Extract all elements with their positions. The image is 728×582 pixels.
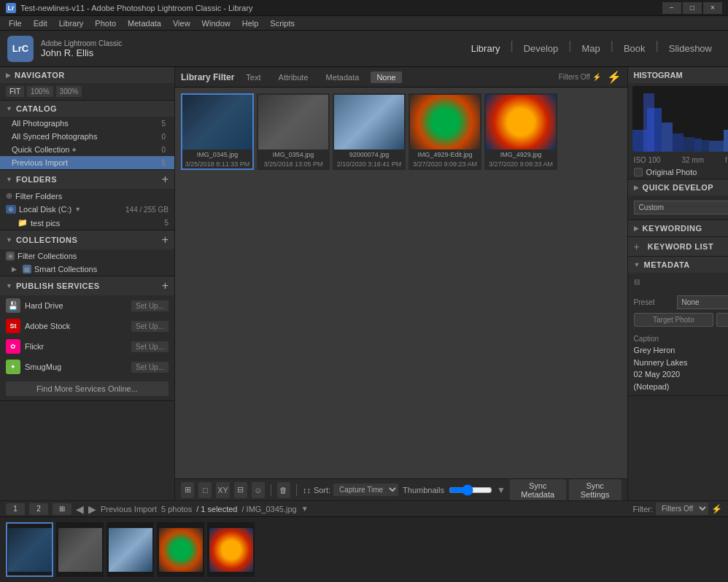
compare-button[interactable]: XY <box>216 482 229 498</box>
view-mode-2-button[interactable]: 2 <box>29 503 48 515</box>
disk-space: 144 / 255 GB <box>125 206 169 214</box>
survey-button[interactable]: ⊟ <box>234 482 247 498</box>
publish-services-header[interactable]: ▼ Publish Services + <box>0 276 174 295</box>
tab-library[interactable]: Library <box>462 40 509 57</box>
menu-photo[interactable]: Photo <box>89 18 122 29</box>
menu-file[interactable]: File <box>3 18 28 29</box>
publish-adobe-stock[interactable]: St Adobe Stock Set Up... <box>0 316 174 336</box>
collections-header[interactable]: ▼ Collections + <box>0 230 174 249</box>
thumbnail-size-slider[interactable] <box>449 484 492 496</box>
menu-library[interactable]: Library <box>53 18 90 29</box>
folders-add-button[interactable]: + <box>162 174 169 185</box>
find-more-services-button[interactable]: Find More Services Online... <box>6 381 169 396</box>
grid-btn[interactable]: ⊞ <box>53 503 71 515</box>
keyword-list-header[interactable]: + Keyword List ◀ <box>628 237 728 256</box>
nav-300-button[interactable]: 300% <box>56 86 82 97</box>
hard-drive-setup-button[interactable]: Set Up... <box>131 300 169 311</box>
target-photo-button[interactable]: Target Photo <box>634 313 714 327</box>
photo-thumb-1[interactable]: IMG_0354.jpg 3/25/2018 13:05 PM <box>257 93 330 170</box>
qd-header-left: ▶ Quick Develop <box>634 183 714 192</box>
view-mode-1-button[interactable]: 1 <box>6 503 25 515</box>
catalog-item-all-photos[interactable]: All Photographs 5 <box>0 117 174 130</box>
sync-metadata-button[interactable]: Sync Metadata <box>510 479 566 501</box>
filter-tab-text[interactable]: Text <box>240 71 266 83</box>
preset-select[interactable]: None <box>677 295 728 309</box>
nav-fit-button[interactable]: FIT <box>6 86 24 97</box>
svg-rect-8 <box>709 141 724 152</box>
tab-map[interactable]: Map <box>573 40 608 57</box>
metadata-header[interactable]: ▼ Metadata ◀ <box>628 257 728 273</box>
photo-thumb-0[interactable]: IMG_0345.jpg 3/25/2018 8:11:33 PM <box>181 93 254 170</box>
folder-filter-item[interactable]: ⊕ Filter Folders <box>0 189 174 203</box>
filter-tab-metadata[interactable]: Metadata <box>320 71 365 83</box>
local-disk-name[interactable]: ⊕ Local Disk (C:) ▼ <box>6 205 81 214</box>
filename-dropdown[interactable]: ▼ <box>301 505 309 513</box>
tab-separator-1: | <box>510 40 513 57</box>
close-button[interactable]: × <box>703 2 722 14</box>
bottom-toolbar: ⊞ □ XY ⊟ ☺ 🗑 ↕↕ Sort: Capture Time Thumb… <box>175 478 627 500</box>
filter-toggle-button[interactable]: ⚡ <box>607 70 621 84</box>
original-photo-checkbox[interactable] <box>634 168 643 176</box>
adobe-stock-setup-button[interactable]: Set Up... <box>131 321 169 332</box>
prev-nav-button[interactable]: ◀ <box>76 503 84 515</box>
sort-select[interactable]: Capture Time <box>333 484 398 496</box>
qd-preset-select[interactable]: Custom <box>634 201 728 214</box>
tab-develop[interactable]: Develop <box>515 40 568 57</box>
people-button[interactable]: ☺ <box>252 482 265 498</box>
menu-scripts[interactable]: Scripts <box>264 18 301 29</box>
delete-button[interactable]: 🗑 <box>277 482 290 498</box>
publish-flickr[interactable]: ✿ Flickr Set Up... <box>0 336 174 357</box>
folder-test-pics-count: 5 <box>164 219 169 227</box>
filter-extra-btn[interactable]: ⚡ <box>711 504 722 514</box>
quick-develop-header[interactable]: ▶ Quick Develop ◀ <box>628 179 728 195</box>
catalog-header[interactable]: ▼ Catalog <box>0 101 174 117</box>
publish-smugmug[interactable]: ✦ SmugMug Set Up... <box>0 357 174 377</box>
catalog-item-synced[interactable]: All Synced Photographs 0 <box>0 130 174 143</box>
filmstrip-thumb-4[interactable] <box>207 522 255 577</box>
catalog-item-previous[interactable]: Previous Import 5 <box>0 156 174 169</box>
nav-100-button[interactable]: 100% <box>27 86 53 97</box>
photo-grid: IMG_0345.jpg 3/25/2018 8:11:33 PM IMG_03… <box>175 88 627 478</box>
menu-window[interactable]: Window <box>196 18 236 29</box>
filmstrip-thumb-2[interactable] <box>107 522 154 577</box>
navigator-header[interactable]: ▶ Navigator <box>0 67 174 83</box>
folder-test-pics[interactable]: 📁 test pics 5 <box>0 216 174 230</box>
menu-edit[interactable]: Edit <box>28 18 53 29</box>
selected-photos-button[interactable]: Selected Photos <box>716 313 728 327</box>
collections-add-button[interactable]: + <box>162 234 169 246</box>
tab-slideshow[interactable]: Slideshow <box>660 40 721 57</box>
sync-settings-button[interactable]: Sync Settings <box>569 479 621 501</box>
filmstrip-thumb-0[interactable] <box>6 522 53 577</box>
filter-icon: ⊕ <box>6 191 12 201</box>
grid-view-button[interactable]: ⊞ <box>181 482 194 498</box>
menu-help[interactable]: Help <box>236 18 265 29</box>
next-nav-button[interactable]: ▶ <box>88 503 96 515</box>
publish-hard-drive[interactable]: 💾 Hard Drive Set Up... <box>0 295 174 316</box>
publish-add-button[interactable]: + <box>162 280 169 292</box>
loupe-view-button[interactable]: □ <box>198 482 212 498</box>
menu-metadata[interactable]: Metadata <box>122 18 167 29</box>
photo-thumb-4[interactable]: IMG_4929.jpg 3/27/2020 9:09:33 AM <box>484 93 557 170</box>
histogram-header[interactable]: Histogram ▼ <box>628 67 728 83</box>
filmstrip-thumb-3[interactable] <box>157 522 204 577</box>
filter-collections-item[interactable]: ⊕ Filter Collections <box>0 249 174 263</box>
maximize-button[interactable]: □ <box>683 2 702 14</box>
photo-thumb-2[interactable]: 92000074.jpg 2/10/2020 3:16:41 PM <box>333 93 406 170</box>
flickr-setup-button[interactable]: Set Up... <box>131 341 169 352</box>
thumb-dropdown-arrow[interactable]: ▼ <box>497 485 506 495</box>
menu-view[interactable]: View <box>167 18 196 29</box>
minimize-button[interactable]: − <box>662 2 681 14</box>
photo-thumb-3[interactable]: IMG_4929-Edit.jpg 3/27/2020 9:09:23 AM <box>408 93 481 170</box>
folders-header[interactable]: ▼ Folders + <box>0 170 174 189</box>
tab-book[interactable]: Book <box>615 40 654 57</box>
keywording-header[interactable]: ▶ Keywording ◀ <box>628 220 728 236</box>
catalog-item-quick[interactable]: Quick Collection + 0 <box>0 143 174 156</box>
filter-tab-none[interactable]: None <box>371 71 401 83</box>
smart-collections-item[interactable]: ▶ ▤ Smart Collections <box>0 263 174 276</box>
smugmug-setup-button[interactable]: Set Up... <box>131 362 169 373</box>
filter-value-select[interactable]: Filters Off <box>656 503 708 515</box>
local-disk-dropdown[interactable]: ▼ <box>74 206 81 213</box>
filmstrip-thumb-1[interactable] <box>56 522 104 577</box>
add-keyword-icon[interactable]: + <box>634 241 640 252</box>
filter-tab-attribute[interactable]: Attribute <box>273 71 314 83</box>
